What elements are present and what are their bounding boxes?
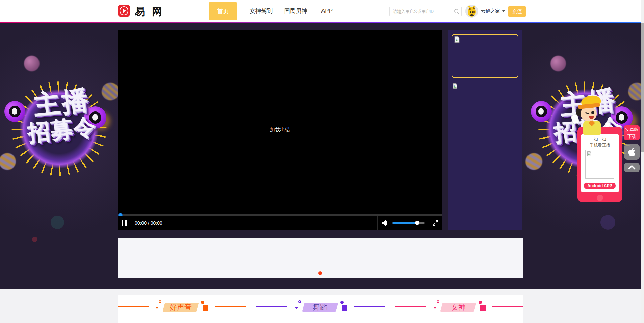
apple-icon xyxy=(627,147,636,157)
ball-decoration xyxy=(24,56,40,71)
category-chip-goddess[interactable]: 女神 xyxy=(440,303,476,312)
broken-image-icon xyxy=(587,151,592,156)
volume-control xyxy=(377,216,428,230)
phone-home-button xyxy=(597,195,603,201)
volume-fill xyxy=(392,222,417,224)
ios-download-tab[interactable] xyxy=(624,144,640,160)
scan-subtitle: 手机看直播 xyxy=(581,142,619,148)
triangle-ornament xyxy=(155,307,159,309)
plus-icon[interactable] xyxy=(342,305,347,311)
bottom-section: 好声音 舞蹈 女神 xyxy=(0,289,644,323)
fullscreen-icon xyxy=(432,220,438,226)
chevron-up-icon xyxy=(628,165,636,170)
recharge-button[interactable]: 充值 xyxy=(508,6,526,17)
category-row: 好声音 舞蹈 女神 xyxy=(118,295,523,323)
mascot-character xyxy=(572,96,611,135)
ambient-dot xyxy=(32,237,37,242)
plus-icon[interactable] xyxy=(480,305,486,311)
header-gradient-border xyxy=(0,22,644,23)
nav-tab-home[interactable]: 首页 xyxy=(209,2,237,20)
featured-stream-box[interactable] xyxy=(452,34,518,78)
qr-code-box xyxy=(585,150,614,179)
scrollbar-thumb[interactable] xyxy=(641,23,644,152)
dot-ornament xyxy=(201,301,204,304)
android-app-button[interactable]: Android APP xyxy=(584,182,616,189)
ambient-dot xyxy=(51,216,64,229)
dot-ornament xyxy=(340,301,344,304)
ball-decoration xyxy=(525,153,542,170)
circle-ornament xyxy=(298,300,301,303)
ball-decoration xyxy=(550,56,566,71)
sidebar-panel xyxy=(448,30,522,230)
scrollbar[interactable] xyxy=(641,0,644,323)
broken-image-icon xyxy=(454,36,460,43)
search-box xyxy=(389,7,462,16)
promo-banner-left: 主播 招募令 xyxy=(0,61,129,196)
phone-screen: 扫一扫 手机看直播 Android APP xyxy=(581,134,619,192)
video-player[interactable]: 加载出错 00:00 / 00:00 xyxy=(118,30,442,230)
category-chip-dance[interactable]: 舞蹈 xyxy=(302,303,338,312)
play-icon xyxy=(123,9,126,13)
pause-icon xyxy=(122,220,123,226)
time-display: 00:00 / 00:00 xyxy=(135,216,162,230)
pause-button[interactable] xyxy=(118,216,131,230)
brand-name: 易网 xyxy=(135,5,169,19)
fullscreen-button[interactable] xyxy=(429,216,442,230)
user-avatar[interactable] xyxy=(465,5,478,18)
divider-line xyxy=(118,306,149,307)
video-controls: 00:00 / 00:00 xyxy=(118,216,442,230)
mascot-eye xyxy=(591,111,594,114)
divider-line xyxy=(354,306,385,307)
category-label: 舞蹈 xyxy=(303,303,337,312)
category-label: 好声音 xyxy=(164,303,198,312)
page: 主播 招募令 主播 招募令 加载出错 00:00 / 00:00 xyxy=(0,0,644,323)
triangle-ornament xyxy=(295,307,298,309)
ambient-dot xyxy=(600,215,615,230)
app-download-widget: 扫一扫 手机看直播 Android APP xyxy=(577,127,622,202)
search-icon[interactable] xyxy=(454,9,460,15)
carousel xyxy=(118,238,523,278)
mascot-glove xyxy=(605,122,610,127)
nav-tab-app[interactable]: APP xyxy=(317,0,337,22)
divider-line xyxy=(256,306,287,307)
search-input[interactable] xyxy=(392,7,452,15)
header: 易网 首页 女神驾到 国民男神 APP 云码之家 充值 xyxy=(0,0,644,22)
volume-slider[interactable] xyxy=(392,222,425,224)
volume-knob[interactable] xyxy=(415,221,419,225)
broken-image-icon xyxy=(452,83,458,89)
divider-line xyxy=(395,306,426,307)
triangle-ornament xyxy=(433,307,437,309)
nav-tab-goddess[interactable]: 女神驾到 xyxy=(244,0,278,22)
nav-tab-male-god[interactable]: 国民男神 xyxy=(279,0,313,22)
dot-ornament xyxy=(479,301,482,304)
scan-title: 扫一扫 xyxy=(581,136,619,142)
carousel-dot[interactable] xyxy=(318,271,322,275)
category-chip-voice[interactable]: 好声音 xyxy=(163,303,199,312)
divider-line xyxy=(215,306,246,307)
chevron-down-icon[interactable] xyxy=(502,10,505,12)
circle-ornament xyxy=(437,300,439,303)
category-label: 女神 xyxy=(441,303,475,312)
giraffe-avatar-image xyxy=(465,5,478,18)
circle-ornament xyxy=(159,300,161,303)
user-name[interactable]: 云码之家 xyxy=(481,0,500,22)
pause-icon xyxy=(125,220,127,226)
volume-icon[interactable] xyxy=(382,220,389,226)
back-to-top-tab[interactable] xyxy=(624,163,640,172)
plus-icon[interactable] xyxy=(203,305,208,311)
android-download-tab[interactable]: 安卓版下载 xyxy=(624,125,640,140)
video-error-text: 加载出错 xyxy=(118,127,442,133)
divider-line xyxy=(492,306,523,307)
brand-logo[interactable] xyxy=(118,5,130,17)
